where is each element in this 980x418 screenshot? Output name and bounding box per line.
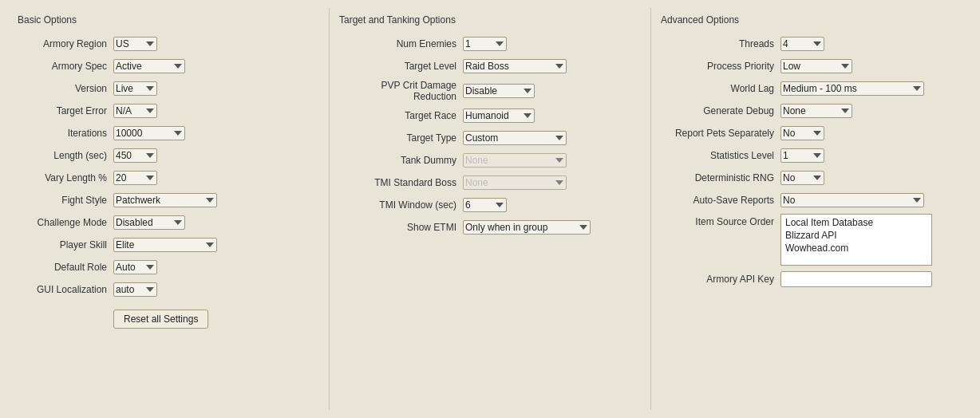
advanced-options-title: Advanced Options [661,14,962,27]
target-options-panel: Target and Tanking Options Num Enemies 1… [330,8,651,410]
tmi-window-select[interactable]: 6310 [463,198,507,212]
armory-region-row: Armory Region USEUTWCNKR [18,35,319,53]
target-level-select[interactable]: Raid Boss+3+2+10 [463,59,567,73]
tmi-boss-row: TMI Standard Boss None [339,174,641,191]
report-pets-row: Report Pets Separately NoYes [661,124,962,142]
tank-dummy-row: Tank Dummy None [339,152,641,169]
item-source-label: Item Source Order [661,214,780,227]
target-options-title: Target and Tanking Options [339,14,641,27]
version-select[interactable]: LivePTR [113,81,157,96]
report-pets-label: Report Pets Separately [661,128,780,139]
tmi-boss-select[interactable]: None [463,175,567,190]
process-priority-label: Process Priority [661,61,780,72]
statistics-level-label: Statistics Level [661,150,780,161]
vary-length-row: Vary Length % 2001030 [18,169,319,187]
default-role-row: Default Role AutoTankHealDPS [18,258,319,276]
target-level-row: Target Level Raid Boss+3+2+10 [339,57,641,75]
target-type-label: Target Type [339,132,463,144]
target-error-select[interactable]: N/A0.10.20.5 [113,104,157,118]
list-item[interactable]: Wowhead.com [783,242,930,254]
armory-api-label: Armory API Key [661,274,780,285]
player-skill-label: Player Skill [18,239,113,250]
armory-spec-label: Armory Spec [18,61,113,72]
gui-localization-label: GUI Localization [18,284,113,295]
length-label: Length (sec) [18,150,113,161]
show-etmi-label: Show ETMI [339,222,463,233]
fight-style-label: Fight Style [18,195,113,206]
advanced-options-panel: Advanced Options Threads 4128 Process Pr… [651,8,972,410]
iterations-row: Iterations 10000100025000 [18,124,319,142]
target-type-row: Target Type CustomFluffy PillowTMI Stand… [339,129,641,147]
list-item[interactable]: Blizzard API [783,229,930,242]
deterministic-rng-row: Deterministic RNG NoYes [661,169,962,187]
challenge-mode-select[interactable]: DisabledEnabled [113,215,185,230]
default-role-select[interactable]: AutoTankHealDPS [113,260,157,274]
pvp-crit-select[interactable]: DisableEnable [463,84,535,98]
iterations-label: Iterations [18,128,113,139]
armory-api-row: Armory API Key [661,270,962,288]
item-source-row: Item Source Order Local Item Database Bl… [661,214,962,266]
world-lag-row: World Lag Medium - 100 msLow - 25 msHigh… [661,80,962,97]
default-role-label: Default Role [18,262,113,273]
show-etmi-select[interactable]: Only when in groupAlwaysNever [463,220,591,235]
length-row: Length (sec) 450300600 [18,147,319,164]
gui-localization-select[interactable]: autoendefr [113,282,157,297]
version-label: Version [18,83,113,94]
player-skill-row: Player Skill EliteGoodAverageOuch [18,236,319,254]
num-enemies-label: Num Enemies [339,38,463,49]
report-pets-select[interactable]: NoYes [780,126,824,140]
generate-debug-select[interactable]: NoneLogDebug [780,104,852,118]
vary-length-select[interactable]: 2001030 [113,171,157,185]
target-race-select[interactable]: HumanoidBeastDemonDragonkinElemental [463,108,535,123]
basic-options-panel: Basic Options Armory Region USEUTWCNKR A… [8,8,330,410]
reset-all-settings-button[interactable]: Reset all Settings [113,310,208,329]
show-etmi-row: Show ETMI Only when in groupAlwaysNever [339,219,641,236]
armory-region-select[interactable]: USEUTWCNKR [113,37,157,51]
target-error-label: Target Error [18,105,113,116]
list-item[interactable]: Local Item Database [783,216,930,229]
threads-select[interactable]: 4128 [780,37,824,51]
threads-label: Threads [661,38,780,49]
target-type-select[interactable]: CustomFluffy PillowTMI Standard [463,131,567,145]
player-skill-select[interactable]: EliteGoodAverageOuch [113,238,217,252]
auto-save-select[interactable]: NoYes [780,193,924,207]
challenge-mode-row: Challenge Mode DisabledEnabled [18,214,319,231]
length-select[interactable]: 450300600 [113,148,157,163]
process-priority-select[interactable]: LowNormalHigh [780,59,852,73]
target-level-label: Target Level [339,61,463,72]
tmi-boss-label: TMI Standard Boss [339,177,463,188]
world-lag-label: World Lag [661,83,780,94]
armory-spec-row: Armory Spec ActiveAll [18,57,319,75]
version-row: Version LivePTR [18,80,319,97]
iterations-select[interactable]: 10000100025000 [113,126,185,140]
armory-api-key-input[interactable] [780,271,932,287]
tank-dummy-select[interactable]: None [463,153,567,168]
pvp-crit-label: PVP Crit Damage Reduction [339,80,463,102]
tank-dummy-label: Tank Dummy [339,155,463,166]
pvp-crit-row: PVP Crit Damage Reduction DisableEnable [339,80,641,102]
target-error-row: Target Error N/A0.10.20.5 [18,102,319,120]
fight-style-row: Fight Style PatchwerkHecticAddCleaveHelt… [18,191,319,209]
statistics-level-row: Statistics Level 1023 [661,147,962,164]
armory-spec-select[interactable]: ActiveAll [113,59,185,73]
item-source-listbox[interactable]: Local Item Database Blizzard API Wowhead… [780,214,932,266]
auto-save-label: Auto-Save Reports [661,195,780,206]
target-race-label: Target Race [339,110,463,121]
statistics-level-select[interactable]: 1023 [780,148,824,163]
gui-localization-row: GUI Localization autoendefr [18,281,319,298]
threads-row: Threads 4128 [661,35,962,53]
world-lag-select[interactable]: Medium - 100 msLow - 25 msHigh - 200 ms [780,81,924,96]
generate-debug-label: Generate Debug [661,105,780,116]
num-enemies-select[interactable]: 1235 [463,37,507,51]
deterministic-rng-select[interactable]: NoYes [780,171,824,185]
basic-options-title: Basic Options [18,14,319,27]
process-priority-row: Process Priority LowNormalHigh [661,57,962,75]
num-enemies-row: Num Enemies 1235 [339,35,641,53]
vary-length-label: Vary Length % [18,172,113,183]
generate-debug-row: Generate Debug NoneLogDebug [661,102,962,120]
deterministic-rng-label: Deterministic RNG [661,172,780,183]
tmi-window-label: TMI Window (sec) [339,199,463,211]
fight-style-select[interactable]: PatchwerkHecticAddCleaveHelterSkelterUlt… [113,193,217,207]
challenge-mode-label: Challenge Mode [18,217,113,228]
tmi-window-row: TMI Window (sec) 6310 [339,196,641,214]
